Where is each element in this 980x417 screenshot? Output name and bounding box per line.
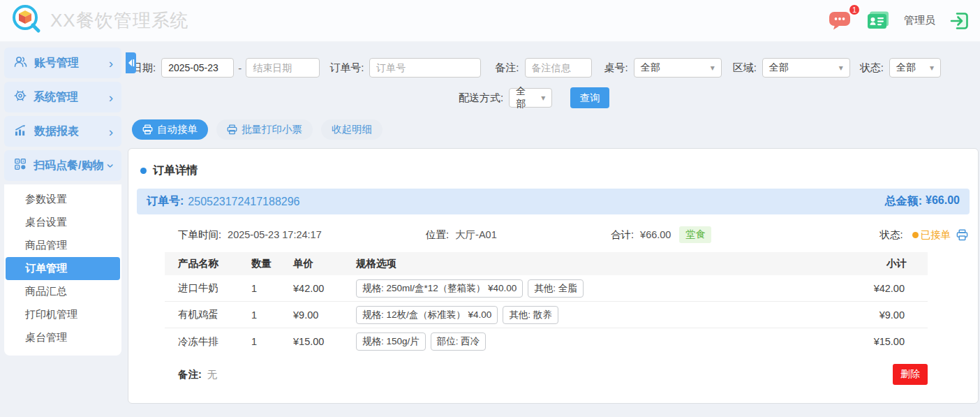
username: 管理员 [904,14,935,27]
option-tag: 部位: 西冷 [431,332,487,351]
toolbar: 自动接单 批量打印小票 收起明细 [132,119,980,140]
area-label: 区域: [733,61,757,75]
table-row: 有机鸡蛋 1 ¥9.00 规格: 12枚/盒（标准装） ¥4.00 其他: 散养… [165,302,928,328]
logout-button[interactable] [949,10,970,31]
filter-row-1: 日期: - 订单号: 备注: 桌号: 全部 ▾ 区域: 全部 ▾ 状态: 全部 … [132,58,980,78]
item-name: 有机鸡蛋 [165,308,251,321]
chevron-right-icon: › [109,57,113,70]
item-subtotal: ¥15.00 [851,336,928,347]
start-date-input[interactable] [161,58,234,78]
print-ticket-icon[interactable] [956,229,968,241]
order-info-row: 下单时间: 2025-05-23 17:24:17 位置: 大厅-A01 合计:… [128,214,978,252]
end-date-input[interactable] [246,58,320,78]
order-status: 状态: 已接单 [879,228,968,242]
chevron-right-icon: › [109,125,113,138]
option-tag: 规格: 150g/片 [356,332,426,351]
order-status-label: 状态: [879,228,903,242]
order-total-value: ¥66.00 [926,194,960,209]
status-value: 全部 [896,61,916,74]
col-header-options: 规格选项 [356,257,851,270]
col-header-name: 产品名称 [165,257,251,270]
batch-print-button[interactable]: 批量打印小票 [216,119,313,140]
sidebar-item-label: 账号管理 [34,56,79,71]
qr-code-icon [14,158,27,173]
sidebar-item-label: 系统管理 [34,90,78,105]
order-location-value: 大厅-A01 [455,229,497,240]
order-time-label: 下单时间: [178,229,221,240]
col-header-price: 单价 [293,257,356,270]
sidebar-collapse-toggle[interactable] [126,52,136,73]
remark-label: 备注: [495,61,519,75]
table-row: 进口牛奶 1 ¥42.00 规格: 250ml/盒*12（整箱装） ¥40.00… [165,275,928,302]
auto-accept-button[interactable]: 自动接单 [132,119,208,140]
printer-icon [142,124,153,135]
delivery-label: 配送方式: [459,92,503,105]
table-no-label: 桌号: [604,61,628,75]
order-sum-value: ¥66.00 [640,229,671,240]
collapse-detail-button[interactable]: 收起明细 [321,119,383,140]
delivery-select[interactable]: 全部 ▾ [509,88,552,108]
order-status-value: 已接单 [921,228,951,242]
order-no-input[interactable] [369,58,481,78]
submenu-item-label: 商品汇总 [25,285,67,298]
delete-button[interactable]: 删除 [893,364,928,385]
app-logo-icon [10,3,43,39]
sidebar-item-label: 扫码点餐/购物 [34,159,103,173]
item-subtotal: ¥42.00 [851,283,928,294]
order-location-label: 位置: [426,229,449,240]
order-no-label: 订单号: [329,61,364,75]
collapse-detail-label: 收起明细 [332,123,372,136]
item-name: 进口牛奶 [165,281,251,295]
order-detail-title: 订单详情 [128,149,978,189]
item-options: 规格: 150g/片 部位: 西冷 [356,332,851,351]
status-label: 状态: [860,61,884,75]
sidebar-item-reports[interactable]: 数据报表 › [4,116,121,147]
area-select[interactable]: 全部 ▾ [762,58,850,78]
chevron-right-icon: › [109,91,113,104]
table-no-select[interactable]: 全部 ▾ [634,58,722,78]
order-location: 位置: 大厅-A01 [426,228,611,242]
printer-icon [227,124,237,135]
remark-input[interactable] [525,58,592,78]
sidebar-item-scan-order[interactable]: 扫码点餐/购物 › [4,150,121,181]
app-header: XX餐饮管理系统 1 [0,0,980,42]
submenu-item-table-setup[interactable]: 桌台设置 [4,211,121,234]
submenu-item-table-manage[interactable]: 桌台管理 [4,326,121,349]
item-price: ¥15.00 [293,336,356,347]
gear-icon [14,89,27,105]
item-qty: 1 [251,336,293,347]
order-sum-label: 合计: [611,229,634,240]
order-time: 下单时间: 2025-05-23 17:24:17 [178,228,426,242]
submenu-item-params[interactable]: 参数设置 [4,188,121,211]
submenu-item-products[interactable]: 商品管理 [4,234,121,257]
item-qty: 1 [251,283,293,294]
table-no-value: 全部 [641,61,660,74]
items-table: 产品名称 数量 单价 规格选项 小计 进口牛奶 1 ¥42.00 规格: 250… [165,252,928,355]
user-icon [14,56,27,71]
auto-accept-label: 自动接单 [157,123,198,136]
submenu-item-printers[interactable]: 打印机管理 [4,303,121,326]
section-title-label: 订单详情 [153,163,198,178]
batch-print-label: 批量打印小票 [242,123,302,136]
order-total-label: 总金额: [885,194,922,209]
section-dot-icon [140,168,147,174]
status-select[interactable]: 全部 ▾ [889,58,941,78]
submenu-item-orders[interactable]: 订单管理 [6,257,120,280]
search-button[interactable]: 查询 [570,87,609,108]
submenu-item-label: 商品管理 [25,239,67,252]
notifications-button[interactable]: 1 [829,9,852,33]
items-table-header: 产品名称 数量 单价 规格选项 小计 [165,252,928,275]
date-separator: - [238,62,242,74]
dropdown-arrow-icon: ▾ [833,63,843,73]
option-tag: 规格: 12枚/盒（标准装） ¥4.00 [356,306,498,324]
submenu-item-label: 打印机管理 [25,308,77,321]
submenu-item-product-summary[interactable]: 商品汇总 [4,280,121,303]
profile-card-icon[interactable] [866,10,890,32]
order-detail-card: 订单详情 订单号: 250523172417188296 总金额: ¥66.00… [128,148,979,404]
item-options: 规格: 250ml/盒*12（整箱装） ¥40.00 其他: 全脂 [356,279,851,298]
sidebar-item-system[interactable]: 系统管理 › [4,82,121,112]
area-value: 全部 [769,61,789,74]
submenu-item-label: 桌台管理 [25,331,67,344]
sidebar-item-account[interactable]: 账号管理 › [4,47,121,78]
col-header-subtotal: 小计 [851,257,928,270]
